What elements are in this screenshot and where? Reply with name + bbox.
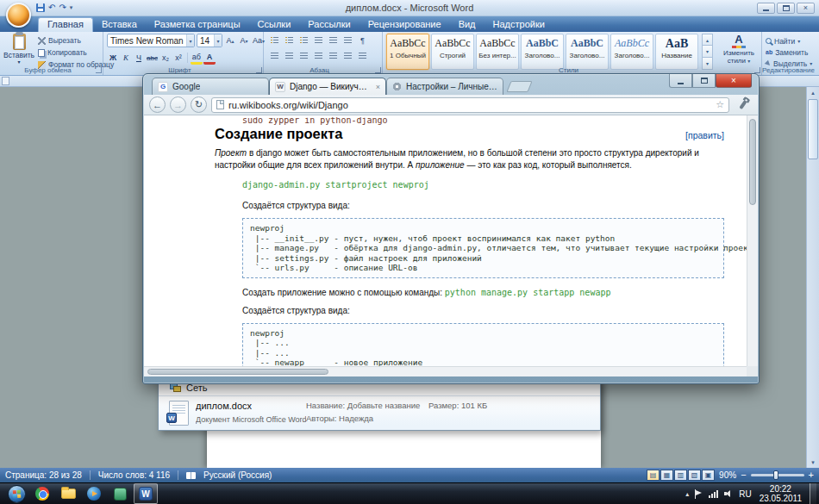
- action-center-flag-icon[interactable]: [695, 489, 703, 499]
- taskbar-explorer[interactable]: [56, 483, 80, 504]
- wrench-menu-button[interactable]: [734, 96, 753, 113]
- redo-icon[interactable]: ↷: [59, 3, 66, 13]
- style-card-heading3[interactable]: AaBbCc Заголово...: [610, 34, 653, 70]
- bold-button[interactable]: Ж: [107, 52, 119, 65]
- word-scrollbar[interactable]: ▴ ▾: [806, 87, 819, 468]
- start-button[interactable]: [3, 483, 29, 504]
- taskbar-chrome[interactable]: [30, 483, 54, 504]
- dialog-launcher-icon[interactable]: [96, 67, 102, 73]
- grow-font-button[interactable]: А▴: [224, 34, 236, 47]
- show-paragraph-marks-button[interactable]: ¶: [356, 34, 369, 47]
- shading-button[interactable]: [341, 50, 354, 62]
- proofing-icon[interactable]: [186, 472, 196, 479]
- ribbon-tab-home[interactable]: Главная: [38, 17, 93, 32]
- font-size-combobox[interactable]: 14 ▾: [197, 34, 222, 47]
- ruler-corner-icon[interactable]: [2, 77, 9, 85]
- align-center-button[interactable]: [283, 50, 296, 62]
- edit-section-link[interactable]: [править]: [685, 129, 724, 141]
- font-color-button[interactable]: А: [203, 52, 216, 65]
- forward-button[interactable]: →: [170, 96, 186, 113]
- browser-tab-google[interactable]: G Google: [152, 78, 269, 95]
- ribbon-tab-page-layout[interactable]: Разметка страницы: [146, 17, 249, 32]
- sort-button[interactable]: [341, 34, 354, 47]
- replace-button[interactable]: ab Заменить: [766, 47, 812, 58]
- copy-button[interactable]: Копировать: [38, 47, 114, 59]
- view-draft[interactable]: ▣: [702, 470, 715, 481]
- underline-button[interactable]: Ч: [133, 52, 145, 65]
- word-count[interactable]: Число слов: 4 116: [98, 470, 170, 480]
- taskbar-app[interactable]: [108, 483, 132, 504]
- increase-indent-button[interactable]: [327, 34, 340, 47]
- ribbon-tab-addins[interactable]: Надстройки: [485, 17, 553, 32]
- tray-expand-icon[interactable]: ▴: [685, 490, 689, 498]
- dialog-launcher-icon[interactable]: [754, 67, 760, 73]
- word-titlebar[interactable]: ↶ ↷ ▾ диплом.docx - Microsoft Word ×: [0, 0, 819, 16]
- bookmark-star-icon[interactable]: ☆: [716, 99, 724, 110]
- minimize-button[interactable]: [757, 3, 775, 14]
- close-button[interactable]: ×: [716, 74, 752, 88]
- scroll-down-icon[interactable]: ▾: [807, 457, 819, 468]
- align-right-button[interactable]: [297, 50, 310, 62]
- minimize-button[interactable]: [669, 74, 692, 88]
- style-card-no-spacing[interactable]: AaBbCc Без интер...: [476, 34, 519, 70]
- highlight-color-button[interactable]: аб: [191, 52, 203, 65]
- borders-button[interactable]: [356, 50, 369, 62]
- cut-button[interactable]: Вырезать: [38, 34, 114, 47]
- browser-tab-settings[interactable]: Настройки – Личные ма...: [386, 78, 503, 95]
- zoom-out-button[interactable]: −: [741, 470, 746, 480]
- save-icon[interactable]: [36, 3, 45, 12]
- ribbon-tab-mailings[interactable]: Рассылки: [299, 17, 359, 32]
- scrollbar-thumb[interactable]: [808, 99, 818, 159]
- network-signal-icon[interactable]: [709, 490, 718, 498]
- taskbar-word-active[interactable]: W: [134, 483, 158, 504]
- align-left-button[interactable]: [268, 50, 281, 62]
- scrollbar-thumb[interactable]: [749, 119, 756, 205]
- file-title-field[interactable]: Название: Добавьте название: [306, 401, 427, 410]
- style-card-normal[interactable]: AaBbCc 1 Обычный: [386, 34, 429, 70]
- view-outline[interactable]: ▧: [688, 470, 701, 481]
- maximize-button[interactable]: [777, 3, 795, 14]
- style-card-title[interactable]: AaB Название: [655, 34, 698, 70]
- close-button[interactable]: ×: [797, 3, 815, 14]
- volume-icon[interactable]: [724, 489, 733, 498]
- page-indicator[interactable]: Страница: 28 из 28: [5, 470, 82, 480]
- style-card-heading1[interactable]: AaBbC Заголово...: [521, 34, 564, 70]
- zoom-level[interactable]: 90%: [719, 470, 736, 480]
- styles-scroll-down[interactable]: ▾: [702, 46, 713, 58]
- zoom-slider[interactable]: [751, 474, 804, 476]
- new-tab-button[interactable]: [506, 81, 532, 92]
- file-name[interactable]: диплом.docx: [196, 401, 306, 411]
- subscript-button[interactable]: x₂: [159, 52, 172, 65]
- zoom-in-button[interactable]: +: [809, 470, 814, 480]
- zoom-slider-thumb[interactable]: [773, 470, 778, 480]
- horizontal-scrollbar[interactable]: [144, 366, 747, 376]
- shrink-font-button[interactable]: А▾: [238, 34, 250, 47]
- italic-button[interactable]: К: [120, 52, 132, 65]
- scrollbar-thumb[interactable]: [147, 369, 328, 375]
- view-print-layout[interactable]: ▤: [647, 470, 660, 481]
- multilevel-list-button[interactable]: [297, 34, 310, 47]
- justify-button[interactable]: [312, 50, 325, 62]
- office-button[interactable]: [6, 3, 31, 28]
- view-web-layout[interactable]: ▥: [674, 470, 687, 481]
- dialog-launcher-icon[interactable]: [375, 67, 381, 73]
- bullets-button[interactable]: [268, 34, 281, 47]
- ribbon-tab-review[interactable]: Рецензирование: [359, 17, 450, 32]
- taskbar-media-player[interactable]: [82, 483, 106, 504]
- back-button[interactable]: ←: [149, 96, 166, 113]
- numbering-button[interactable]: [283, 34, 296, 47]
- language-indicator[interactable]: Русский (Россия): [203, 470, 272, 480]
- language-indicator[interactable]: RU: [739, 489, 751, 499]
- browser-tab-django[interactable]: W Django — Викиучебник ×: [269, 78, 386, 95]
- refresh-button[interactable]: ↻: [191, 96, 207, 113]
- ribbon-tab-insert[interactable]: Вставка: [93, 17, 146, 32]
- font-family-combobox[interactable]: Times New Roman ▾: [107, 34, 195, 47]
- style-card-heading2[interactable]: AaBbC Заголово...: [566, 34, 609, 70]
- dialog-launcher-icon[interactable]: [256, 67, 262, 73]
- qat-dropdown-icon[interactable]: ▾: [70, 4, 73, 11]
- address-bar[interactable]: ru.wikibooks.org/wiki/Django ☆: [211, 97, 729, 113]
- styles-scroll-up[interactable]: ▴: [702, 34, 713, 46]
- decrease-indent-button[interactable]: [312, 34, 325, 47]
- view-full-screen[interactable]: ▦: [660, 470, 673, 481]
- undo-icon[interactable]: ↶: [48, 3, 55, 13]
